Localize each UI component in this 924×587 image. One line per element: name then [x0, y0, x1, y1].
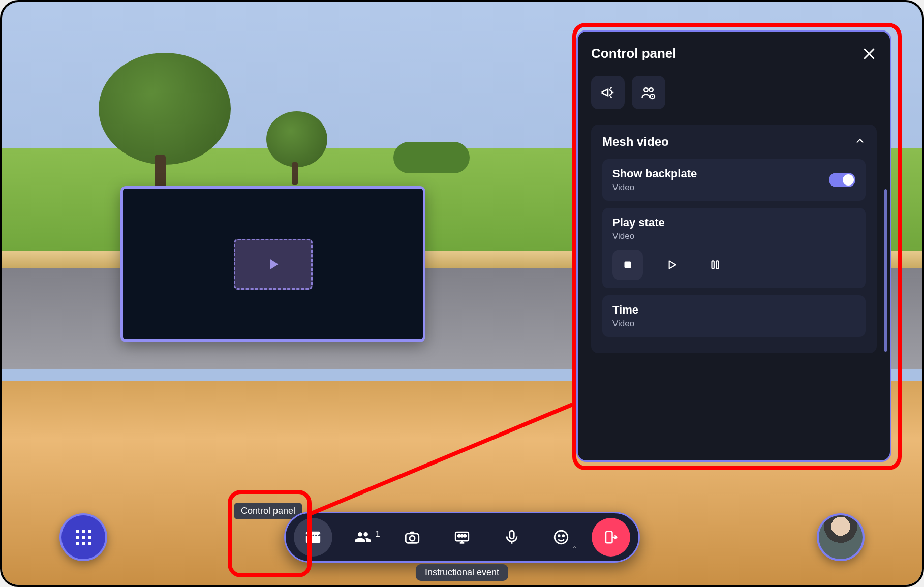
- svg-point-7: [555, 531, 568, 544]
- svg-point-3: [458, 535, 460, 537]
- participants-count: 1: [375, 529, 380, 539]
- svg-rect-15: [712, 261, 714, 268]
- emoji-icon: [552, 529, 570, 546]
- time-setting: Time Video: [602, 295, 866, 337]
- mic-button[interactable]: [492, 518, 531, 557]
- svg-point-5: [464, 535, 466, 537]
- show-backplate-setting: Show backplate Video: [602, 159, 866, 201]
- chevron-up-icon: [571, 544, 577, 550]
- svg-point-12: [649, 88, 653, 92]
- svg-rect-6: [509, 531, 514, 539]
- leave-button[interactable]: [592, 518, 630, 557]
- section-heading: Mesh video: [602, 135, 669, 149]
- tooltip-control-panel: Control panel: [234, 503, 302, 519]
- play-icon: [264, 255, 282, 273]
- svg-rect-14: [625, 262, 631, 268]
- reactions-button[interactable]: [542, 518, 580, 557]
- stop-button[interactable]: [612, 250, 643, 280]
- share-button[interactable]: [443, 518, 481, 557]
- svg-rect-10: [606, 532, 612, 543]
- control-panel: Control panel Mesh video: [576, 30, 891, 462]
- setting-title: Time: [612, 303, 855, 317]
- share-screen-icon: [453, 529, 471, 546]
- setting-sub: Video: [612, 231, 855, 241]
- scrollbar[interactable]: [884, 189, 887, 352]
- setting-title: Show backplate: [612, 167, 697, 180]
- svg-rect-16: [716, 261, 718, 268]
- svg-point-11: [644, 88, 648, 92]
- camera-icon: [404, 529, 421, 546]
- svg-point-1: [410, 536, 415, 541]
- setting-sub: Video: [612, 182, 697, 193]
- svg-point-8: [559, 535, 560, 537]
- video-placeholder: [234, 239, 313, 290]
- pause-icon: [709, 258, 722, 271]
- participants-button[interactable]: 1: [344, 518, 382, 557]
- mute-all-button[interactable]: [632, 76, 665, 109]
- camera-button[interactable]: [393, 518, 432, 557]
- avatar-button[interactable]: [817, 513, 865, 561]
- megaphone-icon: [600, 85, 615, 100]
- event-label: Instructional event: [416, 564, 508, 581]
- grid-icon: [76, 530, 91, 545]
- play-state-setting: Play state Video: [602, 208, 866, 288]
- chevron-up-icon: [854, 135, 866, 146]
- setting-sub: Video: [612, 319, 855, 329]
- main-toolbar: 1: [284, 512, 640, 563]
- play-button[interactable]: [656, 250, 687, 280]
- collapse-button[interactable]: [854, 135, 866, 148]
- svg-point-4: [461, 535, 463, 537]
- leave-icon: [603, 530, 619, 545]
- panel-title: Control panel: [591, 46, 676, 61]
- world-video-object[interactable]: [120, 186, 425, 342]
- close-icon: [861, 46, 877, 61]
- backplate-toggle[interactable]: [829, 173, 855, 187]
- megaphone-button[interactable]: [591, 76, 625, 109]
- svg-point-9: [563, 535, 564, 537]
- microphone-icon: [503, 529, 520, 546]
- app-menu-button[interactable]: [59, 513, 107, 561]
- setting-title: Play state: [612, 216, 855, 229]
- pause-button[interactable]: [700, 250, 730, 280]
- mesh-video-section: Mesh video Show backplate Video: [591, 125, 877, 353]
- play-icon: [665, 258, 678, 271]
- clapperboard-icon: [304, 529, 322, 546]
- stop-icon: [621, 258, 634, 271]
- people-icon: [354, 529, 372, 546]
- control-panel-button[interactable]: [294, 518, 332, 557]
- people-mute-icon: [641, 85, 656, 100]
- close-button[interactable]: [861, 46, 877, 61]
- svg-rect-0: [406, 534, 419, 543]
